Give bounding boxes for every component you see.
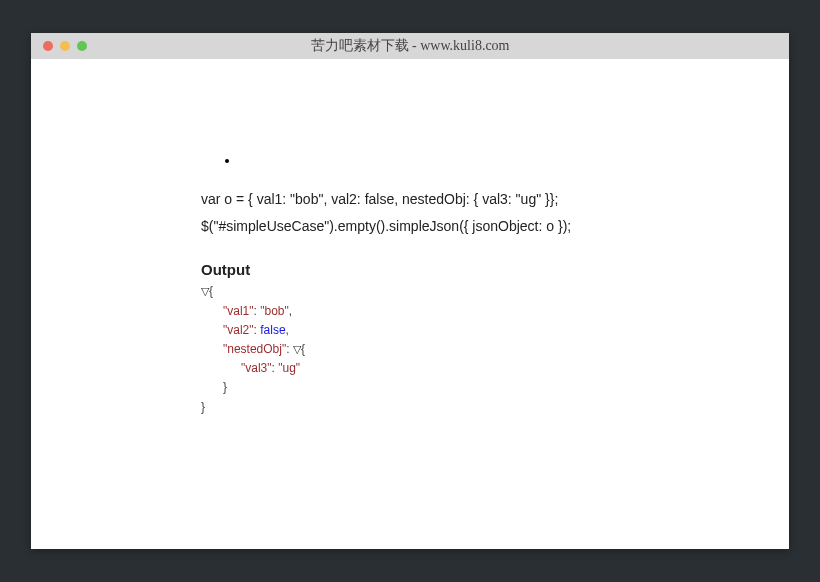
json-value: false <box>260 323 285 337</box>
json-key: "val3" <box>241 361 272 375</box>
bullet-icon <box>225 159 229 163</box>
close-icon[interactable] <box>43 41 53 51</box>
json-row-val3: "val3": "ug" <box>241 359 739 378</box>
content-area: var o = { val1: "bob", val2: false, nest… <box>31 59 789 549</box>
close-brace: } <box>223 380 227 394</box>
window-title: 苦力吧素材下载 - www.kuli8.com <box>31 37 789 55</box>
json-row-close-root: } <box>201 398 739 417</box>
json-value: "ug" <box>278 361 300 375</box>
app-window: 苦力吧素材下载 - www.kuli8.com var o = { val1: … <box>31 33 789 549</box>
json-row-val1: "val1": "bob", <box>223 302 739 321</box>
minimize-icon[interactable] <box>60 41 70 51</box>
json-key: "val2" <box>223 323 254 337</box>
json-row-root: ▽{ <box>201 282 739 301</box>
open-brace: { <box>301 342 305 356</box>
json-row-close-inner: } <box>223 378 739 397</box>
toggle-icon[interactable]: ▽ <box>201 283 209 301</box>
open-brace: { <box>209 284 213 298</box>
json-output: ▽{ "val1": "bob", "val2": false, "nested… <box>201 282 739 416</box>
window-controls <box>43 41 87 51</box>
maximize-icon[interactable] <box>77 41 87 51</box>
json-row-nestedobj: "nestedObj": ▽{ <box>223 340 739 359</box>
toggle-icon[interactable]: ▽ <box>293 341 301 359</box>
titlebar: 苦力吧素材下载 - www.kuli8.com <box>31 33 789 59</box>
close-brace: } <box>201 400 205 414</box>
colon: : <box>286 342 293 356</box>
code-line-1: var o = { val1: "bob", val2: false, nest… <box>201 187 739 212</box>
json-key: "val1" <box>223 304 254 318</box>
json-key: "nestedObj" <box>223 342 286 356</box>
json-value: "bob" <box>260 304 289 318</box>
code-line-2: $("#simpleUseCase").empty().simpleJson({… <box>201 214 739 239</box>
bullet-item <box>225 159 739 163</box>
output-heading: Output <box>201 261 739 278</box>
json-row-val2: "val2": false, <box>223 321 739 340</box>
comma: , <box>289 304 292 318</box>
comma: , <box>286 323 289 337</box>
